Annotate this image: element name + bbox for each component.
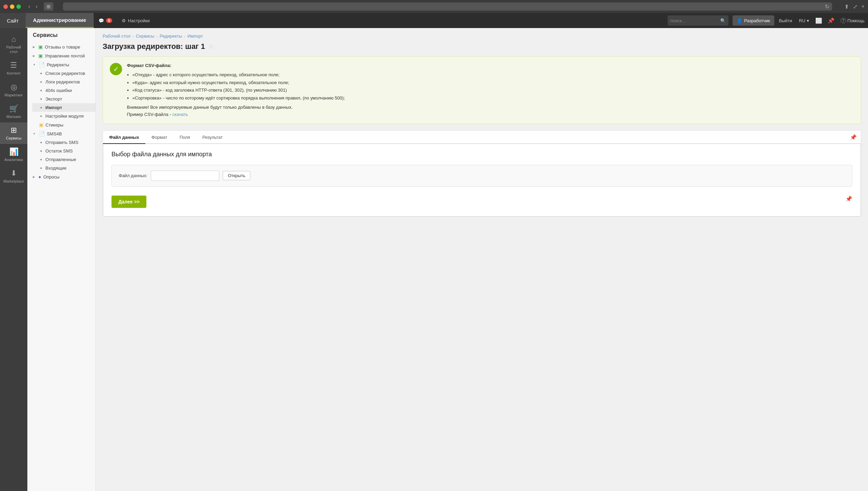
tabs-row: Файл данных Формат Поля Результат 📌	[103, 131, 861, 144]
dot-404s: ■	[40, 89, 42, 92]
info-box: ✓ Формат CSV-файла: «Откуда» - адрес с к…	[103, 56, 861, 124]
user-menu[interactable]: 👤 Разработчик	[733, 15, 774, 26]
share-button[interactable]: ⬆	[844, 3, 849, 10]
sidebar2-item-incoming[interactable]: ■ Входящие	[32, 164, 95, 172]
sidebar2-item-send-sms[interactable]: ■ Отправить SMS	[32, 138, 95, 147]
incoming-label: Входящие	[45, 165, 67, 171]
sms4b-submenu: ■ Отправить SMS ■ Остаток SMS ■ Отправле…	[27, 138, 95, 172]
mail-label: Управление почтой	[45, 53, 85, 58]
sidebar2-item-export[interactable]: ■ Экспорт	[32, 95, 95, 103]
list-label: Список редиректов	[45, 71, 85, 76]
dot-sms-balance: ■	[40, 149, 42, 152]
sidebar2-item-mail[interactable]: ▶ ▣ Управление почтой	[27, 51, 95, 60]
tab-file-data[interactable]: Файл данных	[103, 131, 145, 144]
content-area: Рабочий стол › Сервисы › Редиректы › Имп…	[96, 28, 868, 491]
site-tab[interactable]: Сайт	[0, 13, 26, 28]
tabs-pin-icon[interactable]: 📌	[846, 131, 861, 143]
sidebar2-item-polls[interactable]: ▶ ● Опросы	[27, 172, 95, 181]
sidebar2-item-logs[interactable]: ■ Логи редиректов	[32, 78, 95, 86]
back-button[interactable]: ‹	[26, 3, 32, 10]
404s-label: 404s ошибки	[45, 88, 72, 93]
dot-list: ■	[40, 72, 42, 75]
search-box[interactable]: 🔍	[668, 15, 728, 26]
shop-icon: 🛒	[9, 104, 18, 113]
info-box-header: Формат CSV-файла:	[127, 63, 171, 68]
favorite-star-icon[interactable]: ☆	[208, 43, 214, 50]
info-list-item-1: «Откуда» - адрес с которого осуществить …	[132, 71, 854, 79]
main-panel: Файл данных Формат Поля Результат 📌 Выбо…	[103, 130, 861, 217]
close-dot[interactable]	[3, 4, 8, 9]
arrow-down-icon-redirects: ▼	[33, 63, 36, 66]
sidebar2-item-list[interactable]: ■ Список редиректов	[32, 69, 95, 78]
admin-tab[interactable]: Администрирование	[26, 13, 94, 28]
titlebar: ‹ › ⊞ ↻ ⬆ ⤢ +	[0, 0, 868, 13]
sidebar2-item-sms-balance[interactable]: ■ Остаток SMS	[32, 147, 95, 155]
sidebar2-item-404s[interactable]: ■ 404s ошибки	[32, 86, 95, 95]
open-file-button[interactable]: Открыть	[223, 171, 250, 180]
notifications-button[interactable]: 💬 5	[94, 13, 117, 28]
sidebar-item-dashboard-label: Рабочийстол	[6, 45, 21, 54]
help-label: Помощь	[847, 18, 865, 23]
sidebar2-item-redirects[interactable]: ▼ 📄 Редиректы	[27, 60, 95, 69]
file-input-field[interactable]	[151, 171, 219, 181]
sidebar-item-services[interactable]: ⊞ Сервисы	[0, 122, 27, 144]
breadcrumb-redirects[interactable]: Редиректы	[160, 34, 182, 39]
sidebar-item-marketplace[interactable]: ⬇ Marketplace	[0, 165, 27, 187]
sidebar-item-analytics-label: Аналитика	[4, 158, 23, 162]
sidebar-item-shop[interactable]: 🛒 Магазин	[0, 101, 27, 122]
forward-button[interactable]: ›	[34, 3, 39, 10]
actions-pin-icon[interactable]: 📌	[845, 196, 852, 202]
download-example-link[interactable]: скачать	[172, 112, 188, 117]
lang-selector[interactable]: RU ▾	[795, 13, 813, 28]
window-controls	[3, 4, 21, 9]
sidebar2-item-import[interactable]: ■ Импорт	[32, 103, 95, 112]
sidebar2-item-sent[interactable]: ■ Отправленные	[32, 155, 95, 164]
display-button[interactable]: ⬜	[813, 13, 825, 28]
sidebar2-item-sms4b[interactable]: ▼ 📄 SMS4B	[27, 129, 95, 138]
maximize-dot[interactable]	[16, 4, 21, 9]
sidebar-item-dashboard[interactable]: ⌂ Рабочийстол	[0, 31, 27, 57]
dot-settings-module: ■	[40, 115, 42, 118]
sidebar2-item-stickers[interactable]: ▣ Стикеры	[27, 120, 95, 129]
sidebar-item-marketing[interactable]: ◎ Маркетинг	[0, 79, 27, 101]
new-tab-button[interactable]: +	[862, 3, 865, 10]
breadcrumb-services[interactable]: Сервисы	[136, 34, 154, 39]
window-mode-button[interactable]: ⊞	[44, 2, 53, 11]
tab-fields[interactable]: Поля	[173, 131, 196, 144]
sidebar-item-content-label: Контент	[7, 71, 21, 76]
fullscreen-button[interactable]: ⤢	[853, 3, 857, 10]
breadcrumb-import[interactable]: Импорт	[187, 34, 203, 39]
minimize-dot[interactable]	[10, 4, 14, 9]
url-bar[interactable]: ↻	[63, 2, 832, 11]
breadcrumb-dashboard[interactable]: Рабочий стол	[103, 34, 131, 39]
stickers-label: Стикеры	[45, 122, 63, 128]
sms-balance-label: Остаток SMS	[45, 148, 73, 154]
logout-button[interactable]: Выйти	[776, 13, 796, 28]
import-label: Импорт	[45, 105, 62, 110]
info-box-list: «Откуда» - адрес с которого осуществить …	[132, 71, 854, 102]
sidebar2-item-settings-module[interactable]: ■ Настройки модуля	[32, 112, 95, 120]
settings-module-label: Настройки модуля	[45, 114, 84, 119]
sidebar-item-analytics[interactable]: 📊 Аналитика	[0, 144, 27, 165]
sidebar2-item-reviews[interactable]: ▶ ▣ Отзывы о товаре	[27, 42, 95, 51]
notifications-icon: 💬	[98, 18, 104, 23]
polls-icon: ●	[38, 174, 41, 180]
refresh-icon[interactable]: ↻	[825, 3, 829, 10]
settings-button[interactable]: ⚙ Настройки	[117, 13, 155, 28]
sidebar-item-content[interactable]: ☰ Контент	[0, 57, 27, 79]
arrow-down-icon-sms4b: ▼	[33, 132, 36, 135]
pin-button[interactable]: 📌	[825, 13, 837, 28]
arrow-right-icon: ▶	[33, 45, 35, 49]
file-input-label: Файл данных:	[119, 173, 147, 178]
main-layout: ⌂ Рабочийстол ☰ Контент ◎ Маркетинг 🛒 Ма…	[0, 28, 868, 491]
tab-result[interactable]: Результат	[196, 131, 229, 144]
next-button[interactable]: Далее >>	[111, 196, 146, 208]
arrow-right-icon-mail: ▶	[33, 54, 35, 57]
search-input[interactable]	[670, 18, 718, 23]
redirects-label: Редиректы	[47, 62, 69, 67]
help-button[interactable]: ? Помощь	[837, 13, 868, 28]
nav-buttons: ‹ ›	[26, 3, 40, 10]
second-sidebar-title: Сервисы	[27, 32, 95, 42]
dot-send-sms: ■	[40, 141, 42, 144]
tab-format[interactable]: Формат	[145, 131, 173, 144]
